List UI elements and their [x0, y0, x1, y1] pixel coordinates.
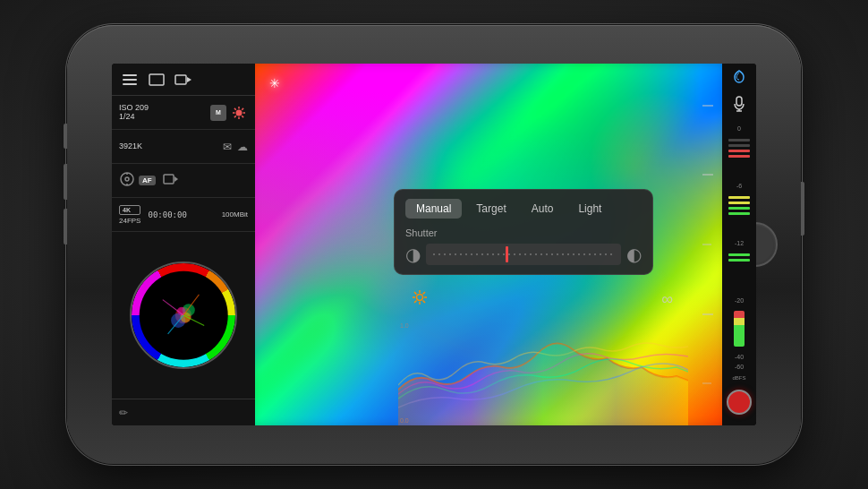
svg-rect-0	[123, 74, 137, 76]
vu-lines-2	[722, 193, 756, 236]
volume-up-button[interactable]	[64, 164, 67, 200]
wb-label: 3921K	[119, 142, 219, 151]
top-toolbar	[112, 64, 255, 96]
pencil-icon[interactable]: ✏	[119, 407, 128, 419]
svg-line-38	[414, 301, 417, 304]
vu-scale-minus40: -40	[722, 354, 756, 360]
svg-line-14	[234, 116, 236, 117]
phone-screen: ISO 209 1/24 M	[112, 64, 756, 425]
shutter-slider[interactable]: ◑ ◐	[405, 244, 642, 265]
volume-down-button[interactable]	[64, 209, 67, 244]
vu-green-bar	[734, 311, 745, 347]
phone-shell: ISO 209 1/24 M	[67, 25, 801, 464]
waveform-area	[398, 318, 688, 425]
svg-point-6	[236, 109, 243, 116]
sun-bottom-icon	[412, 289, 428, 309]
slider-left-icon: ◑	[405, 244, 421, 265]
svg-line-12	[242, 116, 243, 117]
record-button[interactable]	[727, 390, 752, 415]
star-icon: ✳	[269, 76, 280, 90]
bitrate-label: 100MBit	[222, 210, 248, 219]
tab-auto[interactable]: Auto	[521, 199, 565, 219]
camera-top-controls: ✳	[262, 71, 722, 90]
vectorscope-area	[112, 232, 255, 399]
left-bottom-bar: ✏	[112, 399, 255, 425]
waveform-svg	[398, 318, 688, 425]
svg-rect-19	[164, 175, 174, 184]
tab-manual[interactable]: Manual	[405, 199, 462, 219]
vu-line-3	[728, 150, 750, 152]
cloud-icon: ☁	[237, 141, 248, 153]
macro-icon[interactable]	[731, 69, 747, 89]
svg-rect-1	[123, 79, 137, 81]
timecode-row: 4K 24FPS 00:00:00 100MBit	[112, 198, 255, 232]
svg-line-35	[414, 292, 417, 295]
tab-light[interactable]: Light	[567, 199, 612, 219]
svg-point-30	[417, 295, 423, 301]
envelope-icon: ✉	[223, 141, 232, 153]
fps-label: 24FPS	[119, 217, 140, 225]
vu-line-9	[728, 253, 750, 256]
vu-line-5	[728, 196, 750, 199]
tab-target[interactable]: Target	[465, 199, 516, 219]
menu-icon[interactable]	[119, 69, 140, 90]
histogram-ticks	[702, 64, 720, 425]
vu-scale-minus6: -6	[722, 183, 756, 189]
vu-scale-minus20: -20	[722, 297, 756, 304]
main-camera-view[interactable]: ✳ Manual Target Auto Light Shutter ◑	[255, 64, 722, 425]
svg-line-37	[423, 292, 426, 295]
svg-rect-3	[149, 74, 164, 85]
exposure-sun-icon	[230, 104, 248, 122]
4k-badge: 4K	[119, 205, 140, 215]
video-mode-icon[interactable]	[173, 69, 194, 90]
vectorscope	[130, 262, 237, 369]
vu-scale-minus12: -12	[722, 240, 756, 246]
vu-line-7	[728, 207, 750, 210]
wb-row[interactable]: 3921K ✉ ☁	[112, 130, 255, 164]
video-cam-icon[interactable]	[163, 173, 179, 188]
af-badge[interactable]: AF	[139, 176, 156, 185]
slider-thumb[interactable]	[506, 246, 508, 262]
mic-icon[interactable]	[733, 96, 745, 115]
svg-rect-2	[123, 83, 137, 85]
svg-point-15	[121, 173, 133, 185]
iso-label: ISO 209 1/24	[119, 104, 207, 122]
svg-marker-5	[187, 77, 191, 82]
vu-line-4	[728, 155, 750, 158]
svg-rect-39	[736, 97, 742, 106]
vu-line-8	[728, 212, 750, 215]
vu-line-10	[728, 259, 750, 262]
iso-row[interactable]: ISO 209 1/24 M	[112, 96, 255, 130]
slider-right-icon: ◐	[626, 244, 642, 265]
svg-line-36	[423, 301, 426, 304]
stabilizer-icon[interactable]	[119, 171, 135, 190]
vu-lines	[722, 135, 756, 179]
slider-line	[433, 253, 614, 255]
svg-marker-20	[174, 176, 178, 182]
dbfs-label: dBFS	[732, 375, 745, 381]
svg-rect-4	[175, 75, 186, 84]
exposure-tabs: Manual Target Auto Light	[405, 199, 642, 219]
slider-track[interactable]	[426, 244, 621, 265]
shutter-label: Shutter	[405, 227, 642, 238]
frame-icon[interactable]	[146, 69, 167, 90]
mute-button[interactable]	[64, 124, 67, 149]
vu-scale-0: 0	[722, 125, 756, 132]
record-button-area	[727, 384, 752, 420]
power-button[interactable]	[801, 182, 804, 236]
svg-line-13	[242, 107, 243, 109]
manual-badge[interactable]: M	[210, 105, 226, 121]
controls-row: AF	[112, 164, 255, 198]
vu-line-1	[728, 139, 750, 142]
infinity-symbol: ∞	[661, 290, 673, 309]
left-panel: ISO 209 1/24 M	[112, 64, 255, 425]
vu-line-6	[728, 202, 750, 204]
vu-scale-minus60: -60	[722, 364, 756, 370]
exposure-popup: Manual Target Auto Light Shutter ◑	[394, 189, 653, 275]
vu-line-2	[728, 144, 750, 147]
timecode: 00:00:00	[148, 210, 186, 219]
vu-lines-3	[722, 250, 756, 294]
svg-point-16	[125, 177, 129, 181]
right-panel: 0 -6 -12	[722, 64, 756, 425]
svg-line-11	[234, 107, 236, 109]
